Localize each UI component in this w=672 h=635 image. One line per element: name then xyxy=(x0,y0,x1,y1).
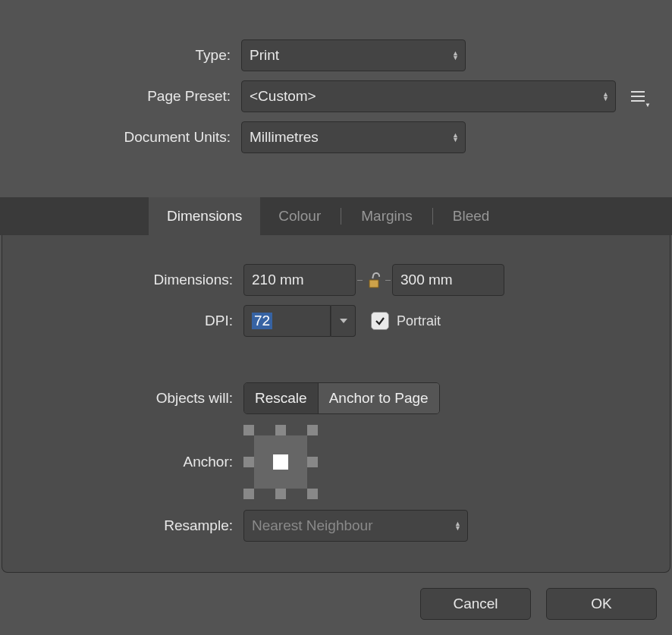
updown-icon: ▲▼ xyxy=(454,521,461,530)
check-icon xyxy=(375,316,385,326)
resample-value: Nearest Neighbour xyxy=(252,517,372,534)
unlock-icon xyxy=(366,271,382,289)
dpi-label: DPI: xyxy=(2,313,243,329)
updown-icon: ▲▼ xyxy=(452,51,459,60)
anchor-center[interactable] xyxy=(273,454,288,470)
anchor-middle-left[interactable] xyxy=(243,457,254,467)
anchor-top-right[interactable] xyxy=(307,425,318,435)
resample-label: Resample: xyxy=(2,517,243,534)
anchor-label: Anchor: xyxy=(2,454,243,470)
rescale-option[interactable]: Rescale xyxy=(244,383,318,413)
dimensions-panel: Dimensions: 210 mm 300 mm DPI: 72 Portra… xyxy=(2,235,670,573)
menu-icon xyxy=(631,91,645,102)
document-units-value: Millimetres xyxy=(250,129,319,146)
ok-button[interactable]: OK xyxy=(546,588,657,620)
lock-aspect-button[interactable] xyxy=(356,271,392,289)
portrait-checkbox[interactable] xyxy=(371,312,389,330)
page-preset-select[interactable]: <Custom> ▲▼ xyxy=(241,80,616,112)
resample-select[interactable]: Nearest Neighbour ▲▼ xyxy=(243,510,468,542)
dimensions-label: Dimensions: xyxy=(2,272,243,288)
height-input[interactable]: 300 mm xyxy=(392,264,504,296)
cancel-button[interactable]: Cancel xyxy=(420,588,531,620)
tab-bar: Dimensions Colour Margins Bleed xyxy=(0,197,672,235)
objects-will-segment: Rescale Anchor to Page xyxy=(243,382,440,414)
document-units-label: Document Units: xyxy=(0,129,241,146)
chevron-down-icon: ▼ xyxy=(645,102,651,108)
tab-colour[interactable]: Colour xyxy=(260,197,339,235)
objects-will-label: Objects will: xyxy=(2,390,243,407)
tab-dimensions[interactable]: Dimensions xyxy=(149,197,260,235)
anchor-bottom-right[interactable] xyxy=(307,489,318,499)
updown-icon: ▲▼ xyxy=(452,133,459,142)
anchor-top-center[interactable] xyxy=(275,425,286,435)
type-select[interactable]: Print ▲▼ xyxy=(241,39,466,71)
tab-bleed[interactable]: Bleed xyxy=(435,197,508,235)
chevron-down-icon xyxy=(340,319,347,323)
document-settings-top: Type: Print ▲▼ Page Preset: <Custom> ▲▼ … xyxy=(0,0,672,153)
document-units-select[interactable]: Millimetres ▲▼ xyxy=(241,121,466,153)
preset-menu-button[interactable]: ▼ xyxy=(628,86,648,106)
type-value: Print xyxy=(250,47,279,64)
dpi-input[interactable]: 72 xyxy=(243,305,331,337)
tab-margins[interactable]: Margins xyxy=(343,197,431,235)
tab-separator xyxy=(432,208,433,225)
anchor-top-left[interactable] xyxy=(243,425,254,435)
dpi-dropdown-button[interactable] xyxy=(331,305,356,337)
anchor-bottom-left[interactable] xyxy=(243,489,254,499)
anchor-middle-right[interactable] xyxy=(307,457,318,467)
page-preset-value: <Custom> xyxy=(250,88,316,105)
page-preset-label: Page Preset: xyxy=(0,88,241,105)
type-label: Type: xyxy=(0,47,241,64)
updown-icon: ▲▼ xyxy=(602,92,609,101)
dialog-footer: Cancel OK xyxy=(420,588,657,620)
width-input[interactable]: 210 mm xyxy=(243,264,356,296)
anchor-grid[interactable] xyxy=(243,425,318,499)
anchor-to-page-option[interactable]: Anchor to Page xyxy=(318,383,439,413)
portrait-label: Portrait xyxy=(397,313,441,329)
tab-separator xyxy=(341,208,341,225)
anchor-bottom-center[interactable] xyxy=(275,489,286,499)
